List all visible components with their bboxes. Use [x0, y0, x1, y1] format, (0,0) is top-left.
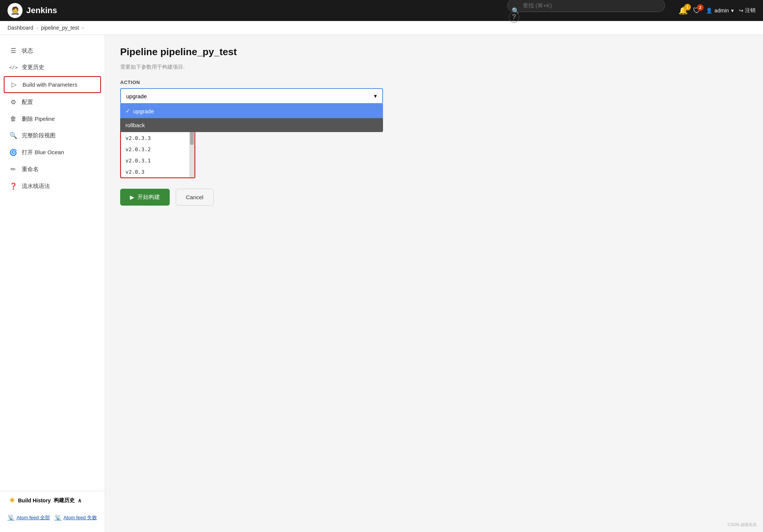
action-option-rollback[interactable]: rollback	[120, 118, 383, 132]
search-bar: 🔍 ?	[507, 0, 665, 23]
breadcrumb-sep-1: ›	[36, 25, 38, 31]
pipeline-syntax-icon: ❓	[9, 182, 17, 190]
security-button[interactable]: 🛡 2	[693, 6, 701, 15]
action-dropdown-value: upgrade	[126, 93, 147, 99]
logout-icon: ↪	[739, 8, 743, 14]
action-label: ACTION	[120, 80, 748, 85]
sidebar-bottom: ☀ Build History 构建历史 ∧ 📡 Atom feed 全部 📡 …	[0, 491, 105, 526]
sidebar-item-status[interactable]: ☰ 状态	[0, 42, 105, 59]
build-history-expand-icon: ∧	[78, 497, 81, 503]
sidebar-item-label-pipeline-syntax: 流水线语法	[22, 183, 50, 190]
start-build-button[interactable]: ▶ 开始构建	[120, 189, 170, 206]
subtitle: 需要如下参数用于构建项目:	[120, 64, 748, 71]
sidebar-item-blue-ocean[interactable]: 🌀 打开 Blue Ocean	[0, 144, 105, 161]
sidebar-item-delete[interactable]: 🗑 删除 Pipeline	[0, 111, 105, 127]
notifications-badge: 1	[684, 4, 691, 11]
action-dropdown-selected[interactable]: upgrade ▾	[120, 88, 383, 104]
configure-icon: ⚙	[9, 98, 17, 106]
atom-feed-all-link[interactable]: 📡 Atom feed 全部	[8, 514, 50, 521]
action-option-upgrade[interactable]: ✓ upgrade	[120, 104, 383, 118]
rss-all-icon: 📡	[8, 514, 15, 521]
sidebar-item-label-full-stage: 完整阶段视图	[22, 132, 56, 139]
search-icon: 🔍	[512, 7, 519, 14]
sidebar-item-rename[interactable]: ✏ 重命名	[0, 161, 105, 178]
build-params-icon: ▷	[10, 81, 18, 89]
cancel-button[interactable]: Cancel	[176, 189, 214, 206]
delete-icon: 🗑	[9, 115, 17, 123]
action-dropdown-wrapper: upgrade ▾ ✓ upgrade rollback	[120, 88, 383, 104]
page-layout: ☰ 状态 </> 变更历史 ▷ Build with Parameters ⚙ …	[0, 35, 763, 532]
jenkins-avatar-icon: 🤵	[8, 3, 23, 18]
build-status-icon: ☀	[9, 496, 15, 505]
user-label: admin	[715, 8, 729, 14]
jenkins-title: Jenkins	[26, 6, 57, 15]
atom-feed-all-label: Atom feed 全部	[17, 514, 50, 521]
sidebar-item-label-build-with-params: Build with Parameters	[23, 81, 77, 88]
blue-ocean-icon: 🌀	[9, 149, 17, 156]
sidebar-item-label-delete: 删除 Pipeline	[22, 116, 55, 123]
build-history-label: Build History	[18, 497, 51, 503]
sidebar: ☰ 状态 </> 变更历史 ▷ Build with Parameters ⚙ …	[0, 35, 105, 532]
breadcrumb-sep-2: ›	[82, 25, 84, 31]
full-stage-icon: 🔍	[9, 132, 17, 140]
sidebar-item-label-changes: 变更历史	[22, 64, 44, 71]
page-title: Pipeline pipeline_py_test	[120, 46, 748, 58]
sidebar-item-label-blue-ocean: 打开 Blue Ocean	[22, 149, 64, 156]
sidebar-item-label-status: 状态	[22, 47, 33, 54]
action-option-rollback-label: rollback	[125, 122, 145, 128]
security-badge: 2	[697, 4, 704, 11]
sidebar-item-pipeline-syntax[interactable]: ❓ 流水线语法	[0, 178, 105, 195]
watermark: CSDN @陆先生	[728, 522, 757, 527]
sidebar-item-label-rename: 重命名	[22, 166, 39, 173]
notifications-button[interactable]: 🔔 1	[679, 6, 688, 15]
sidebar-item-configure[interactable]: ⚙ 配置	[0, 94, 105, 111]
header-actions: 🔔 1 🛡 2 👤 admin ▾ ↪ 注销	[679, 6, 755, 15]
action-dropdown-arrow: ▾	[374, 93, 377, 99]
tag-option-v2031[interactable]: v2.0.3.1	[121, 155, 189, 166]
build-history-label-cn: 构建历史	[54, 497, 75, 504]
start-build-label: 开始构建	[137, 194, 160, 201]
action-option-upgrade-label: upgrade	[133, 108, 154, 114]
breadcrumb-dashboard[interactable]: Dashboard	[8, 25, 33, 31]
checkmark-icon: ✓	[125, 108, 130, 114]
user-icon: 👤	[706, 8, 712, 14]
atom-feed-fail-link[interactable]: 📡 Atom feed 失败	[54, 514, 97, 521]
tag-option-v2032[interactable]: v2.0.3.2	[121, 144, 189, 155]
tag-option-v2033[interactable]: v2.0.3.3	[121, 132, 189, 144]
status-icon: ☰	[9, 47, 17, 55]
sidebar-item-changes[interactable]: </> 变更历史	[0, 59, 105, 75]
form-buttons: ▶ 开始构建 Cancel	[120, 189, 748, 206]
rename-icon: ✏	[9, 165, 17, 173]
start-build-play-icon: ▶	[130, 194, 134, 201]
breadcrumb: Dashboard › pipeline_py_test ›	[0, 21, 763, 35]
jenkins-logo[interactable]: 🤵 Jenkins	[8, 3, 57, 18]
sidebar-item-build-with-params[interactable]: ▷ Build with Parameters	[4, 76, 101, 93]
user-dropdown-icon: ▾	[731, 8, 734, 14]
logout-button[interactable]: ↪ 注销	[739, 7, 755, 14]
atom-feeds: 📡 Atom feed 全部 📡 Atom feed 失败	[0, 510, 105, 526]
changes-icon: </>	[9, 65, 17, 70]
action-dropdown-list: ✓ upgrade rollback	[120, 104, 383, 132]
logout-label: 注销	[745, 7, 755, 14]
main-content: Pipeline pipeline_py_test 需要如下参数用于构建项目: …	[105, 35, 763, 532]
atom-feed-fail-label: Atom feed 失败	[63, 514, 97, 521]
build-history-toggle[interactable]: ☀ Build History 构建历史 ∧	[0, 491, 105, 510]
header: 🤵 Jenkins 🔍 ? 🔔 1 🛡 2 👤 admin ▾ ↪ 注销	[0, 0, 763, 21]
sidebar-item-full-stage[interactable]: 🔍 完整阶段视图	[0, 127, 105, 144]
search-input[interactable]	[507, 0, 665, 12]
rss-fail-icon: 📡	[54, 514, 62, 521]
user-menu[interactable]: 👤 admin ▾	[706, 8, 734, 14]
sidebar-item-label-configure: 配置	[22, 99, 33, 106]
tag-option-v203[interactable]: v2.0.3	[121, 166, 189, 177]
breadcrumb-pipeline[interactable]: pipeline_py_test	[41, 25, 79, 31]
